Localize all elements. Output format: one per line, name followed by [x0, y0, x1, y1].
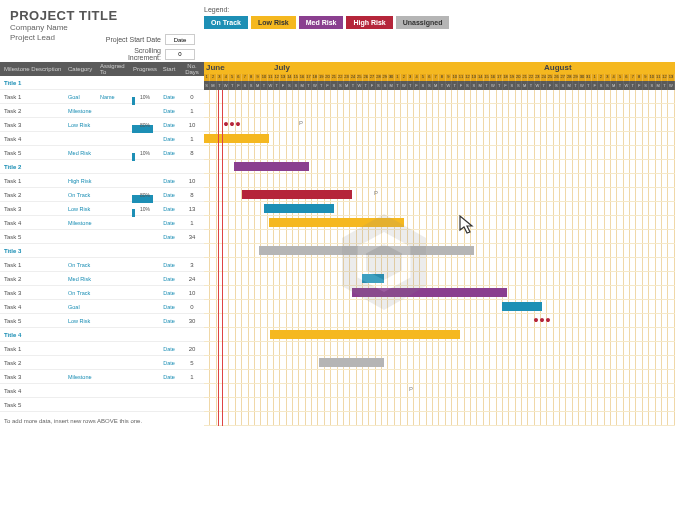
task-row[interactable]: Task 3On TrackDate10: [0, 286, 204, 300]
col-prog: Progress: [132, 66, 158, 72]
task-rows: Title 1Task 1GoalName10%Date0Task 2Miles…: [0, 76, 204, 412]
watermark-icon: [324, 202, 444, 322]
task-row[interactable]: Task 5Low RiskDate30: [0, 314, 204, 328]
month-label: August: [544, 63, 572, 72]
legend-highrisk[interactable]: High Risk: [346, 16, 392, 29]
task-row[interactable]: Task 1GoalName10%Date0: [0, 90, 204, 104]
gantt-panel: JuneJulyAugust 1234567891011121314151617…: [204, 62, 675, 520]
milestone-icon: [224, 122, 240, 126]
gantt-bar[interactable]: [270, 330, 460, 339]
task-row[interactable]: Task 2MilestoneDate1: [0, 104, 204, 118]
task-row[interactable]: Task 3Low Risk80%Date10: [0, 118, 204, 132]
task-row[interactable]: Task 4MilestoneDate1: [0, 216, 204, 230]
footer-note: To add more data, insert new rows ABOVE …: [0, 412, 204, 430]
gantt-row[interactable]: [204, 90, 675, 104]
title-row[interactable]: Title 3: [0, 244, 204, 258]
day-cell: W: [668, 81, 674, 90]
task-row[interactable]: Task 5Med Risk10%Date8: [0, 146, 204, 160]
gantt-bar[interactable]: [204, 134, 269, 143]
col-days: No. Days: [180, 63, 204, 75]
title-row[interactable]: Title 1: [0, 76, 204, 90]
gantt-row[interactable]: [204, 342, 675, 356]
legend: Legend: On Track Low Risk Med Risk High …: [204, 6, 449, 29]
col-desc: Milestone Description: [0, 66, 68, 72]
legend-ontrack[interactable]: On Track: [204, 16, 248, 29]
start-date-label: Project Start Date: [105, 36, 165, 43]
col-assigned: Assigned To: [100, 63, 132, 75]
mark-label: P: [374, 190, 378, 196]
gantt-row[interactable]: [204, 104, 675, 118]
task-row[interactable]: Task 4Date1: [0, 132, 204, 146]
gantt-row[interactable]: [204, 412, 675, 426]
gantt-row[interactable]: [204, 356, 675, 370]
legend-medrisk[interactable]: Med Risk: [299, 16, 344, 29]
gantt-row[interactable]: P: [204, 118, 675, 132]
legend-lowrisk[interactable]: Low Risk: [251, 16, 296, 29]
scroll-label: Scrolling Increment:: [105, 47, 165, 61]
task-row[interactable]: Task 5: [0, 398, 204, 412]
task-list-panel: Milestone Description Category Assigned …: [0, 62, 204, 520]
legend-unassigned[interactable]: Unassigned: [396, 16, 450, 29]
gantt-row[interactable]: [204, 398, 675, 412]
gantt-row[interactable]: [204, 174, 675, 188]
gantt-row[interactable]: [204, 146, 675, 160]
task-row[interactable]: Task 2On Track80%Date8: [0, 188, 204, 202]
task-row[interactable]: Task 1Date20: [0, 342, 204, 356]
today-line: [222, 90, 223, 426]
date-cell: 13: [668, 74, 674, 81]
col-start: Start: [158, 66, 180, 72]
task-row[interactable]: Task 2Date5: [0, 356, 204, 370]
mark-label: P: [299, 120, 303, 126]
task-row[interactable]: Task 3MilestoneDate1: [0, 370, 204, 384]
mark-label: P: [409, 386, 413, 392]
task-row[interactable]: Task 1High RiskDate10: [0, 174, 204, 188]
legend-label: Legend:: [204, 6, 449, 13]
task-row[interactable]: Task 4GoalDate0: [0, 300, 204, 314]
timeline-header: JuneJulyAugust 1234567891011121314151617…: [204, 62, 675, 90]
milestone-icon: [534, 318, 550, 322]
gantt-bar[interactable]: [319, 358, 384, 367]
gantt-row[interactable]: P: [204, 188, 675, 202]
month-label: July: [274, 63, 290, 72]
column-headers: Milestone Description Category Assigned …: [0, 62, 204, 76]
task-row[interactable]: Task 2Med RiskDate24: [0, 272, 204, 286]
task-row[interactable]: Task 3Low Risk10%Date13: [0, 202, 204, 216]
col-cat: Category: [68, 66, 100, 72]
today-line: [218, 90, 219, 426]
month-label: June: [206, 63, 225, 72]
project-controls: Project Start Date Scrolling Increment:: [105, 34, 195, 63]
start-date-input[interactable]: [165, 34, 195, 45]
title-row[interactable]: Title 2: [0, 160, 204, 174]
title-row[interactable]: Title 4: [0, 328, 204, 342]
gantt-bar[interactable]: [242, 190, 352, 199]
task-row[interactable]: Task 1On TrackDate3: [0, 258, 204, 272]
gantt-bar[interactable]: [502, 302, 542, 311]
gantt-row[interactable]: [204, 328, 675, 342]
gantt-row[interactable]: [204, 160, 675, 174]
cursor-icon: [458, 214, 476, 236]
task-row[interactable]: Task 5Date34: [0, 230, 204, 244]
task-row[interactable]: Task 4: [0, 384, 204, 398]
scroll-input[interactable]: [165, 49, 195, 60]
gantt-row[interactable]: [204, 132, 675, 146]
gantt-row[interactable]: P: [204, 384, 675, 398]
gantt-bar[interactable]: [234, 162, 309, 171]
gantt-row[interactable]: [204, 370, 675, 384]
